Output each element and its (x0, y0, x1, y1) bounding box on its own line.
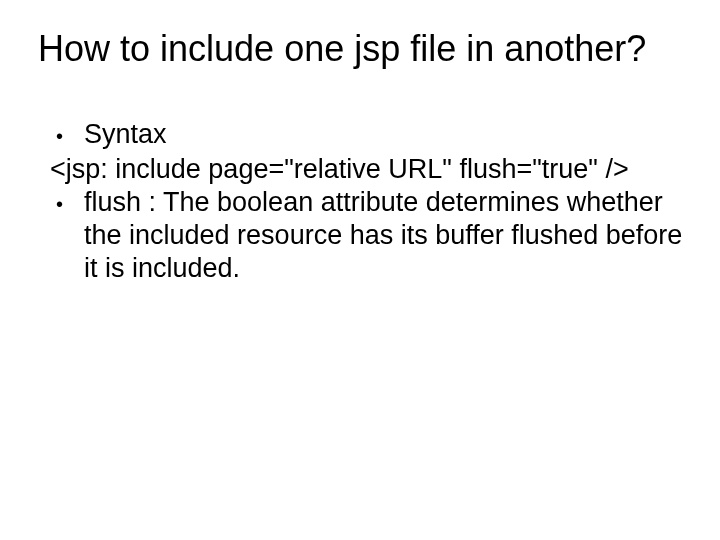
bullet-icon: • (50, 118, 84, 153)
bullet-icon: • (50, 186, 84, 221)
bullet-text: Syntax (84, 118, 690, 151)
bullet-item-syntax: • Syntax (50, 118, 690, 153)
bullet-item-flush: • flush : The boolean attribute determin… (50, 186, 690, 285)
slide-body: • Syntax <jsp: include page="relative UR… (30, 118, 690, 285)
code-line: <jsp: include page="relative URL" flush=… (50, 153, 690, 186)
slide: How to include one jsp file in another? … (0, 0, 720, 540)
slide-title: How to include one jsp file in another? (30, 28, 690, 70)
bullet-text: flush : The boolean attribute determines… (84, 186, 690, 285)
